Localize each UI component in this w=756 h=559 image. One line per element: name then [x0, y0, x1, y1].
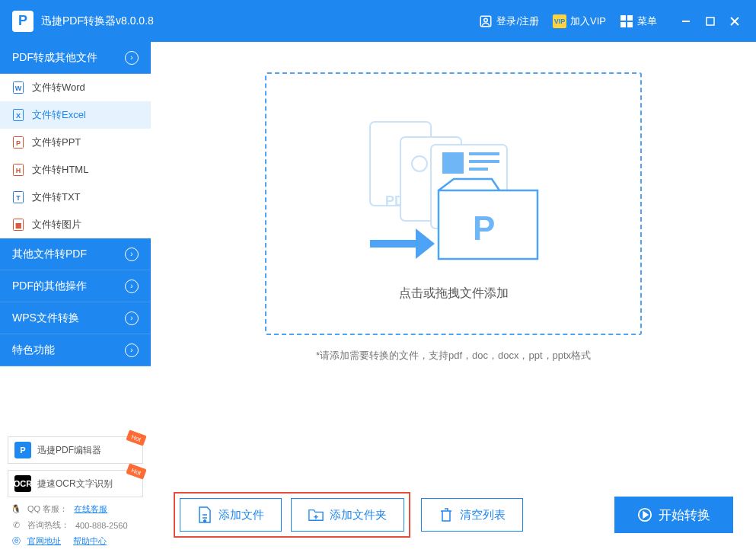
- sidebar-item[interactable]: X文件转Excel: [0, 101, 151, 129]
- add-file-label: 添加文件: [219, 508, 264, 522]
- sidebar-item[interactable]: T文件转TXT: [0, 184, 151, 211]
- sidebar-item-label: 文件转HTML: [32, 163, 88, 177]
- add-folder-button[interactable]: 添加文件夹: [291, 498, 404, 532]
- sidebar-item-label: 文件转PPT: [32, 136, 81, 149]
- help-link[interactable]: 帮助中心: [73, 535, 107, 547]
- category-label: 特色功能: [12, 343, 55, 357]
- category-header[interactable]: PDF转成其他文件›: [0, 42, 151, 74]
- promo-icon: OCR: [14, 475, 31, 492]
- svg-rect-4: [620, 22, 626, 27]
- svg-text:H: H: [16, 167, 21, 174]
- chevron-icon: ›: [125, 311, 139, 325]
- category-label: PDF的其他操作: [12, 280, 87, 293]
- qq-label: QQ 客服：: [27, 503, 68, 515]
- promo-label: 捷速OCR文字识别: [37, 478, 113, 490]
- category-header[interactable]: PDF的其他操作›: [0, 270, 151, 302]
- svg-text:▦: ▦: [15, 222, 22, 229]
- category-header[interactable]: 特色功能›: [0, 334, 151, 366]
- filetype-icon: W: [12, 81, 24, 94]
- maximize-button[interactable]: [701, 12, 719, 30]
- clear-list-button[interactable]: 清空列表: [421, 498, 523, 532]
- qq-icon: 🐧: [11, 504, 21, 515]
- svg-text:X: X: [16, 112, 21, 120]
- sidebar-item-label: 文件转Excel: [32, 108, 86, 122]
- links-line: ⓔ 官网地址 帮助中心: [8, 535, 143, 547]
- hotline-value: 400-888-2560: [75, 521, 128, 530]
- promo-item[interactable]: OCR捷速OCR文字识别Hot: [8, 470, 143, 497]
- highlighted-group: 添加文件 添加文件夹: [174, 492, 410, 538]
- hot-badge: Hot: [126, 463, 146, 479]
- category-label: WPS文件转换: [12, 311, 79, 325]
- promo-icon: P: [14, 442, 31, 458]
- sidebar-item-label: 文件转图片: [32, 218, 81, 232]
- filetype-icon: ▦: [12, 219, 24, 231]
- category-label: PDF转成其他文件: [12, 51, 97, 65]
- folder-add-icon: [308, 507, 324, 522]
- svg-rect-7: [707, 18, 714, 25]
- svg-text:W: W: [15, 85, 22, 92]
- close-button[interactable]: [726, 12, 744, 30]
- bottom-bar: 添加文件 添加文件夹 清空列表 开始转换: [174, 492, 733, 544]
- chevron-icon: ›: [125, 280, 139, 293]
- svg-text:P: P: [16, 139, 21, 147]
- app-title: 迅捷PDF转换器v8.0.0.8: [41, 14, 479, 28]
- sidebar-item[interactable]: H文件转HTML: [0, 156, 151, 184]
- chevron-icon: ›: [125, 51, 139, 65]
- filetype-icon: P: [12, 136, 24, 149]
- file-add-icon: [197, 507, 212, 522]
- promo-item[interactable]: P迅捷PDF编辑器Hot: [8, 436, 143, 464]
- sidebar-item[interactable]: ▦文件转图片: [0, 211, 151, 238]
- svg-rect-3: [627, 15, 633, 21]
- svg-rect-2: [620, 15, 626, 21]
- category-header[interactable]: WPS文件转换›: [0, 302, 151, 334]
- dropzone[interactable]: PDF P 点击或拖拽文件添加: [265, 72, 642, 335]
- filetype-icon: T: [12, 191, 24, 203]
- sidebar-item[interactable]: P文件转PPT: [0, 129, 151, 156]
- vip-button[interactable]: VIP 加入VIP: [553, 14, 606, 28]
- vip-icon: VIP: [553, 14, 566, 28]
- grid-icon: [620, 14, 633, 28]
- svg-text:T: T: [16, 194, 21, 202]
- promo-label: 迅捷PDF编辑器: [37, 444, 101, 457]
- dropzone-text: 点击或拖拽文件添加: [399, 286, 509, 302]
- chevron-icon: ›: [125, 343, 139, 357]
- globe-icon: ⓔ: [11, 536, 21, 547]
- start-label: 开始转换: [659, 506, 710, 524]
- site-link[interactable]: 官网地址: [27, 535, 61, 547]
- hotline-label: 咨询热线：: [27, 519, 69, 531]
- chevron-icon: ›: [125, 248, 139, 261]
- hot-badge: Hot: [126, 430, 146, 446]
- category-header[interactable]: 其他文件转PDF›: [0, 238, 151, 270]
- clear-label: 清空列表: [460, 508, 506, 522]
- sidebar-item-label: 文件转TXT: [32, 190, 81, 204]
- qq-support-line: 🐧 QQ 客服： 在线客服: [8, 503, 143, 515]
- svg-text:P: P: [473, 209, 495, 247]
- minimize-button[interactable]: [677, 12, 695, 30]
- app-logo: P: [12, 11, 33, 32]
- sidebar: PDF转成其他文件›W文件转WordX文件转ExcelP文件转PPTH文件转HT…: [0, 42, 151, 559]
- vip-label: 加入VIP: [570, 14, 606, 28]
- category-label: 其他文件转PDF: [12, 248, 87, 261]
- add-file-button[interactable]: 添加文件: [180, 498, 282, 532]
- login-label: 登录/注册: [496, 14, 539, 28]
- user-icon: [479, 14, 493, 28]
- sidebar-item[interactable]: W文件转Word: [0, 74, 151, 101]
- titlebar: P 迅捷PDF转换器v8.0.0.8 登录/注册 VIP 加入VIP 菜单: [0, 0, 756, 42]
- menu-label: 菜单: [637, 14, 657, 28]
- filetype-icon: H: [12, 164, 24, 176]
- sidebar-item-label: 文件转Word: [32, 81, 85, 94]
- play-icon: [637, 507, 652, 522]
- add-folder-label: 添加文件夹: [330, 508, 387, 522]
- hint-text: *请添加需要转换的文件，支持pdf，doc，docx，ppt，pptx格式: [174, 349, 733, 363]
- main-panel: PDF P 点击或拖拽文件添加 *请添加需要转换的文件，支持pdf，doc，do…: [151, 42, 756, 559]
- svg-rect-5: [627, 22, 633, 27]
- svg-point-1: [484, 18, 488, 22]
- start-convert-button[interactable]: 开始转换: [614, 497, 733, 533]
- login-button[interactable]: 登录/注册: [479, 14, 539, 28]
- menu-button[interactable]: 菜单: [620, 14, 657, 28]
- filetype-icon: X: [12, 109, 24, 121]
- trash-icon: [439, 507, 454, 522]
- qq-link[interactable]: 在线客服: [74, 503, 107, 515]
- svg-rect-27: [442, 152, 464, 174]
- phone-icon: ✆: [11, 520, 21, 531]
